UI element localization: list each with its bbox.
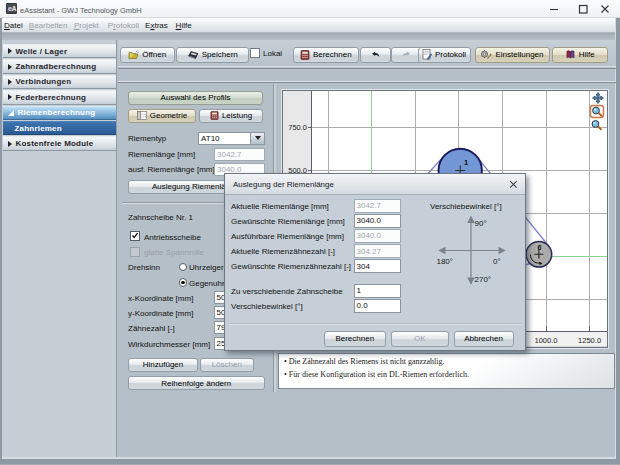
svg-text:270°: 270° [474,275,491,284]
svg-text:750.0: 750.0 [288,123,307,132]
svg-text:1250.0: 1250.0 [578,336,601,345]
svg-text:0°: 0° [493,256,501,265]
svg-text:180°: 180° [436,256,453,265]
svg-text:1000.0: 1000.0 [534,336,557,345]
svg-text:6: 6 [537,244,541,251]
svg-text:90°: 90° [474,219,486,228]
svg-text:1: 1 [464,158,468,167]
